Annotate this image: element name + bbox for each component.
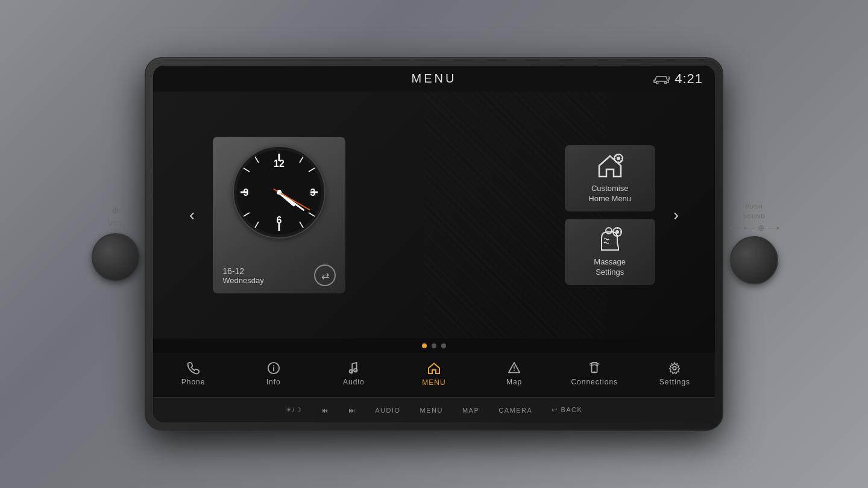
svg-point-35 (615, 230, 619, 234)
time-area: 4:21 (653, 71, 703, 87)
vol-label: VOL (108, 220, 123, 227)
page-dot-2[interactable] (432, 343, 436, 348)
sound-knob[interactable] (730, 236, 778, 284)
car-status-icon (653, 73, 670, 85)
brightness-button[interactable]: ☀/☽ (276, 402, 312, 418)
prev-track-button[interactable]: ⏮ (312, 403, 339, 418)
clock-swap-button[interactable]: ⇄ (314, 264, 336, 286)
settings-icon (668, 361, 681, 375)
massage-settings-label: MassageSettings (594, 257, 626, 278)
audio-hw-button[interactable]: AUDIO (365, 403, 410, 418)
back-hw-button[interactable]: ↩ BACK (542, 402, 592, 418)
customise-home-menu-button[interactable]: CustomiseHome Menu (565, 145, 655, 211)
analog-clock: 12 3 6 9 (231, 144, 327, 240)
tuning-icons: ⟵⟵⊕⟶ (729, 223, 779, 233)
top-bar: MENU 4:21 (153, 66, 715, 92)
massage-settings-icon (596, 226, 624, 252)
menu-hw-button[interactable]: MENU (410, 403, 453, 418)
customise-home-menu-label: CustomiseHome Menu (588, 184, 631, 204)
menu-hw-label: MENU (420, 407, 443, 414)
next-track-button[interactable]: ⏭ (339, 403, 366, 418)
phone-icon (187, 361, 200, 375)
hardware-buttons: ☀/☽ ⏮ ⏭ AUDIO MENU MAP CAMERA ↩ BACK (153, 397, 715, 422)
home-settings-icon (596, 152, 624, 179)
camera-hw-button[interactable]: CAMERA (489, 403, 542, 418)
infotainment-unit: MENU 4:21 ‹ (145, 57, 723, 431)
sound-label: SOUND (743, 213, 766, 219)
screen: MENU 4:21 ‹ (153, 66, 715, 422)
nav-item-audio[interactable]: Audio (313, 358, 394, 390)
nav-item-connections[interactable]: Connections (555, 358, 635, 390)
clock-date-display: 16-12 Wednesday (222, 266, 263, 285)
svg-text:3: 3 (310, 187, 316, 198)
right-physical-controls: PUSH SOUND ⟵⟵⊕⟶ (729, 204, 779, 284)
camera-hw-label: CAMERA (498, 407, 532, 414)
nav-item-settings[interactable]: Settings (635, 358, 715, 390)
svg-rect-48 (592, 363, 597, 373)
right-widgets: CustomiseHome Menu (565, 145, 655, 285)
nav-connections-label: Connections (571, 378, 618, 386)
nav-item-info[interactable]: Info (233, 358, 313, 390)
right-arrow[interactable]: › (667, 199, 685, 231)
svg-point-49 (673, 366, 677, 370)
svg-text:6: 6 (277, 215, 282, 225)
clock-date: 16-12 (222, 266, 263, 276)
massage-settings-button[interactable]: MassageSettings (565, 219, 655, 285)
svg-point-33 (606, 228, 612, 234)
clock-widget[interactable]: 12 3 6 9 (213, 137, 345, 293)
info-icon (267, 361, 280, 375)
svg-point-47 (514, 370, 515, 371)
page-dot-1[interactable] (422, 343, 427, 348)
nav-phone-label: Phone (181, 378, 206, 386)
nav-menu-label: MENU (422, 378, 445, 387)
page-dot-3[interactable] (441, 343, 446, 348)
svg-point-44 (354, 369, 357, 372)
nav-item-phone[interactable]: Phone (153, 358, 233, 390)
map-hw-button[interactable]: MAP (453, 403, 489, 418)
audio-icon (347, 361, 360, 375)
push-label: PUSH (745, 204, 763, 210)
left-physical-controls: ⏻ VOL (92, 207, 140, 281)
menu-home-icon (427, 361, 441, 375)
time-display: 4:21 (675, 71, 703, 87)
nav-info-label: Info (266, 378, 281, 386)
screen-title: MENU (412, 72, 457, 86)
connections-icon (588, 361, 601, 375)
back-hw-label: ↩ BACK (552, 406, 582, 414)
clock-day: Wednesday (222, 276, 263, 285)
nav-item-menu[interactable]: MENU (394, 358, 474, 390)
svg-point-26 (617, 157, 620, 160)
main-content: ‹ (153, 92, 715, 339)
map-icon (508, 361, 521, 375)
volume-knob[interactable] (92, 233, 140, 281)
clock-bottom: 16-12 Wednesday ⇄ (220, 264, 338, 286)
svg-point-43 (350, 370, 353, 374)
map-hw-label: MAP (462, 407, 479, 414)
svg-text:12: 12 (274, 158, 285, 169)
left-arrow[interactable]: ‹ (183, 199, 201, 231)
svg-text:9: 9 (244, 187, 249, 198)
audio-hw-label: AUDIO (375, 407, 400, 414)
page-dots (153, 339, 715, 353)
nav-settings-label: Settings (659, 378, 690, 386)
power-label: ⏻ (112, 207, 119, 214)
nav-map-label: Map (506, 378, 522, 386)
nav-item-map[interactable]: Map (474, 358, 555, 390)
nav-audio-label: Audio (343, 378, 365, 386)
svg-point-24 (277, 190, 281, 194)
bottom-nav: Phone Info Audio (153, 353, 715, 397)
